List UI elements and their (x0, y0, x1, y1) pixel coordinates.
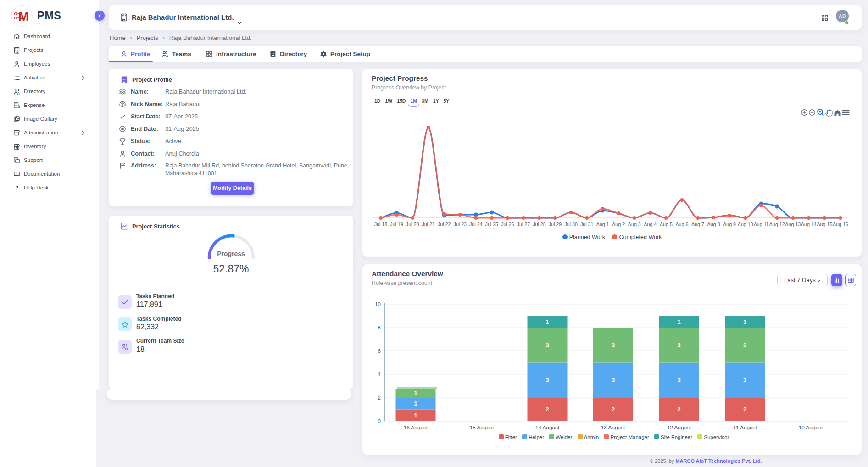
svg-text:12 August: 12 August (667, 424, 691, 431)
svg-text:Aug 12: Aug 12 (769, 222, 785, 227)
svg-text:Jul 27: Jul 27 (517, 222, 530, 227)
svg-text:Jul 28: Jul 28 (533, 222, 546, 227)
svg-text:15 August: 15 August (470, 424, 494, 431)
svg-text:2: 2 (545, 406, 549, 413)
svg-text:0: 0 (378, 418, 381, 424)
svg-text:13 August: 13 August (601, 424, 625, 431)
svg-text:1: 1 (414, 400, 417, 407)
svg-text:3: 3 (677, 377, 680, 384)
svg-text:2: 2 (378, 395, 381, 400)
svg-text:1: 1 (677, 318, 680, 325)
svg-text:Aug 6: Aug 6 (675, 222, 688, 227)
svg-text:Jul 23: Jul 23 (454, 222, 467, 227)
svg-text:Aug 8: Aug 8 (707, 222, 720, 227)
svg-text:Jul 25: Jul 25 (485, 222, 499, 227)
svg-text:Jul 26: Jul 26 (501, 222, 514, 227)
svg-text:Aug 9: Aug 9 (723, 222, 736, 227)
svg-text:M: M (18, 9, 29, 23)
svg-text:10 August: 10 August (799, 424, 823, 431)
svg-text:Aug 2: Aug 2 (612, 222, 625, 227)
svg-text:3: 3 (545, 342, 549, 349)
svg-text:2: 2 (743, 406, 746, 413)
svg-text:3: 3 (612, 342, 615, 349)
svg-text:2: 2 (612, 406, 615, 413)
svg-text:Aug 3: Aug 3 (628, 222, 641, 227)
svg-text:3: 3 (743, 377, 746, 384)
svg-text:3: 3 (545, 377, 549, 384)
svg-text:Aug 7: Aug 7 (691, 222, 704, 227)
svg-text:Jul 31: Jul 31 (580, 222, 594, 227)
svg-text:Aug 13: Aug 13 (785, 222, 801, 227)
svg-text:6: 6 (378, 348, 381, 354)
svg-text:1: 1 (414, 412, 417, 419)
svg-text:Jul 24: Jul 24 (469, 222, 483, 227)
svg-text:1: 1 (545, 318, 549, 325)
svg-text:Jul 29: Jul 29 (549, 222, 562, 227)
svg-text:Aug 16: Aug 16 (833, 222, 848, 227)
svg-text:Jul 22: Jul 22 (438, 222, 451, 227)
svg-text:3: 3 (612, 377, 615, 384)
svg-text:Aug 15: Aug 15 (817, 222, 832, 227)
svg-text:Aug 4: Aug 4 (644, 222, 657, 227)
svg-text:Aug 1: Aug 1 (596, 222, 609, 227)
svg-text:Aug 5: Aug 5 (660, 222, 673, 227)
svg-text:16 August: 16 August (404, 424, 428, 431)
svg-text:1: 1 (743, 318, 746, 325)
svg-text:Jul 21: Jul 21 (422, 222, 435, 227)
svg-text:Aug 10: Aug 10 (738, 222, 753, 227)
svg-text:1: 1 (414, 389, 417, 396)
svg-text:Aug 11: Aug 11 (754, 222, 769, 227)
svg-text:Jul 18: Jul 18 (374, 222, 388, 227)
svg-text:2: 2 (677, 406, 680, 413)
svg-text:4: 4 (378, 371, 381, 377)
svg-text:Aug 14: Aug 14 (801, 222, 817, 227)
svg-text:8: 8 (378, 324, 381, 330)
svg-text:Jul 30: Jul 30 (564, 222, 578, 227)
svg-text:Jul 19: Jul 19 (390, 222, 403, 227)
svg-text:3: 3 (743, 342, 746, 349)
svg-text:14 August: 14 August (535, 424, 560, 431)
svg-text:10: 10 (375, 301, 381, 307)
svg-text:Jul 20: Jul 20 (406, 222, 419, 227)
svg-text:11 August: 11 August (733, 424, 757, 431)
svg-text:3: 3 (677, 342, 680, 349)
